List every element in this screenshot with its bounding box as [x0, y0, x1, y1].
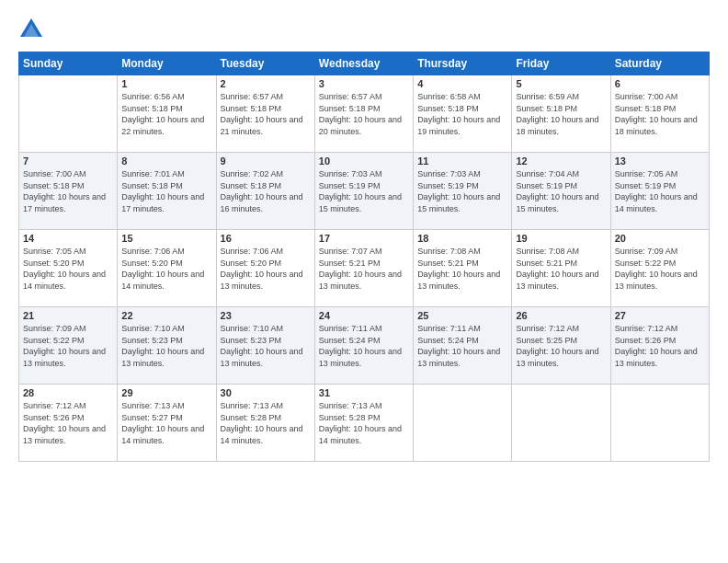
day-number: 12 [516, 155, 606, 167]
calendar-cell: 12Sunrise: 7:04 AMSunset: 5:19 PMDayligh… [512, 153, 610, 230]
day-number: 8 [121, 155, 211, 167]
day-number: 22 [121, 310, 211, 321]
day-info: Sunrise: 7:03 AMSunset: 5:19 PMDaylight:… [417, 168, 507, 214]
day-number: 7 [23, 155, 113, 167]
calendar-cell: 19Sunrise: 7:08 AMSunset: 5:21 PMDayligh… [512, 230, 610, 307]
calendar-cell: 31Sunrise: 7:13 AMSunset: 5:28 PMDayligh… [314, 385, 413, 462]
calendar-cell: 30Sunrise: 7:13 AMSunset: 5:28 PMDayligh… [216, 385, 314, 462]
day-info: Sunrise: 7:00 AMSunset: 5:18 PMDaylight:… [23, 168, 113, 214]
calendar-cell [414, 385, 512, 462]
calendar-header-row: SundayMondayTuesdayWednesdayThursdayFrid… [19, 52, 710, 75]
calendar-cell [19, 75, 118, 153]
day-info: Sunrise: 7:13 AMSunset: 5:27 PMDaylight:… [121, 400, 211, 446]
calendar-week-row: 28Sunrise: 7:12 AMSunset: 5:26 PMDayligh… [19, 385, 710, 462]
calendar-cell: 25Sunrise: 7:11 AMSunset: 5:24 PMDayligh… [414, 307, 512, 385]
day-number: 17 [319, 233, 409, 244]
weekday-header-wednesday: Wednesday [314, 52, 413, 75]
calendar-cell: 26Sunrise: 7:12 AMSunset: 5:25 PMDayligh… [512, 307, 610, 385]
day-number: 5 [516, 78, 606, 89]
day-info: Sunrise: 7:06 AMSunset: 5:20 PMDaylight:… [121, 246, 211, 292]
calendar-week-row: 7Sunrise: 7:00 AMSunset: 5:18 PMDaylight… [19, 153, 710, 230]
day-info: Sunrise: 7:12 AMSunset: 5:25 PMDaylight:… [516, 323, 606, 369]
day-info: Sunrise: 7:04 AMSunset: 5:19 PMDaylight:… [516, 168, 606, 214]
calendar-cell: 21Sunrise: 7:09 AMSunset: 5:22 PMDayligh… [19, 307, 118, 385]
day-info: Sunrise: 7:03 AMSunset: 5:19 PMDaylight:… [319, 168, 409, 214]
logo [18, 17, 48, 42]
day-number: 28 [23, 387, 113, 398]
day-number: 25 [417, 310, 507, 321]
day-number: 16 [221, 233, 311, 244]
day-number: 31 [319, 387, 409, 398]
day-info: Sunrise: 7:09 AMSunset: 5:22 PMDaylight:… [23, 323, 113, 369]
day-info: Sunrise: 7:12 AMSunset: 5:26 PMDaylight:… [615, 323, 705, 369]
day-number: 24 [319, 310, 409, 321]
calendar-cell: 10Sunrise: 7:03 AMSunset: 5:19 PMDayligh… [314, 153, 413, 230]
weekday-header-thursday: Thursday [414, 52, 512, 75]
day-number: 19 [516, 233, 606, 244]
day-number: 27 [615, 310, 705, 321]
calendar-cell: 27Sunrise: 7:12 AMSunset: 5:26 PMDayligh… [610, 307, 709, 385]
day-info: Sunrise: 6:56 AMSunset: 5:18 PMDaylight:… [121, 91, 211, 137]
calendar-week-row: 1Sunrise: 6:56 AMSunset: 5:18 PMDaylight… [19, 75, 710, 153]
day-number: 6 [615, 78, 705, 89]
day-info: Sunrise: 7:09 AMSunset: 5:22 PMDaylight:… [615, 246, 705, 292]
calendar-week-row: 14Sunrise: 7:05 AMSunset: 5:20 PMDayligh… [19, 230, 710, 307]
calendar-cell: 11Sunrise: 7:03 AMSunset: 5:19 PMDayligh… [414, 153, 512, 230]
calendar-cell: 7Sunrise: 7:00 AMSunset: 5:18 PMDaylight… [19, 153, 118, 230]
day-number: 3 [319, 78, 409, 89]
day-info: Sunrise: 7:11 AMSunset: 5:24 PMDaylight:… [319, 323, 409, 369]
calendar-week-row: 21Sunrise: 7:09 AMSunset: 5:22 PMDayligh… [19, 307, 710, 385]
calendar-cell: 15Sunrise: 7:06 AMSunset: 5:20 PMDayligh… [118, 230, 216, 307]
day-number: 10 [319, 155, 409, 167]
calendar-cell [512, 385, 610, 462]
day-info: Sunrise: 6:58 AMSunset: 5:18 PMDaylight:… [417, 91, 507, 137]
calendar-cell: 18Sunrise: 7:08 AMSunset: 5:21 PMDayligh… [414, 230, 512, 307]
calendar-cell: 9Sunrise: 7:02 AMSunset: 5:18 PMDaylight… [216, 153, 314, 230]
calendar-cell: 20Sunrise: 7:09 AMSunset: 5:22 PMDayligh… [610, 230, 709, 307]
calendar-cell: 2Sunrise: 6:57 AMSunset: 5:18 PMDaylight… [216, 75, 314, 153]
day-info: Sunrise: 7:11 AMSunset: 5:24 PMDaylight:… [417, 323, 507, 369]
day-info: Sunrise: 7:05 AMSunset: 5:20 PMDaylight:… [23, 246, 113, 292]
day-info: Sunrise: 7:05 AMSunset: 5:19 PMDaylight:… [615, 168, 705, 214]
day-number: 13 [615, 155, 705, 167]
day-info: Sunrise: 7:08 AMSunset: 5:21 PMDaylight:… [516, 246, 606, 292]
calendar-cell: 24Sunrise: 7:11 AMSunset: 5:24 PMDayligh… [314, 307, 413, 385]
day-info: Sunrise: 6:57 AMSunset: 5:18 PMDaylight:… [221, 91, 311, 137]
day-number: 29 [121, 387, 211, 398]
weekday-header-sunday: Sunday [19, 52, 118, 75]
day-info: Sunrise: 7:08 AMSunset: 5:21 PMDaylight:… [417, 246, 507, 292]
day-number: 11 [417, 155, 507, 167]
day-number: 14 [23, 233, 113, 244]
day-info: Sunrise: 7:13 AMSunset: 5:28 PMDaylight:… [319, 400, 409, 446]
day-number: 2 [221, 78, 311, 89]
calendar-cell: 13Sunrise: 7:05 AMSunset: 5:19 PMDayligh… [610, 153, 709, 230]
day-info: Sunrise: 7:02 AMSunset: 5:18 PMDaylight:… [221, 168, 311, 214]
weekday-header-tuesday: Tuesday [216, 52, 314, 75]
day-info: Sunrise: 7:00 AMSunset: 5:18 PMDaylight:… [615, 91, 705, 137]
calendar-cell: 16Sunrise: 7:06 AMSunset: 5:20 PMDayligh… [216, 230, 314, 307]
header [18, 17, 710, 42]
calendar-cell: 29Sunrise: 7:13 AMSunset: 5:27 PMDayligh… [118, 385, 216, 462]
calendar-cell: 5Sunrise: 6:59 AMSunset: 5:18 PMDaylight… [512, 75, 610, 153]
calendar-cell: 22Sunrise: 7:10 AMSunset: 5:23 PMDayligh… [118, 307, 216, 385]
page: SundayMondayTuesdayWednesdayThursdayFrid… [0, 0, 728, 563]
day-info: Sunrise: 7:06 AMSunset: 5:20 PMDaylight:… [221, 246, 311, 292]
calendar-cell: 28Sunrise: 7:12 AMSunset: 5:26 PMDayligh… [19, 385, 118, 462]
calendar-cell: 8Sunrise: 7:01 AMSunset: 5:18 PMDaylight… [118, 153, 216, 230]
day-number: 15 [121, 233, 211, 244]
day-number: 18 [417, 233, 507, 244]
weekday-header-saturday: Saturday [610, 52, 709, 75]
calendar-cell: 23Sunrise: 7:10 AMSunset: 5:23 PMDayligh… [216, 307, 314, 385]
calendar-cell: 6Sunrise: 7:00 AMSunset: 5:18 PMDaylight… [610, 75, 709, 153]
day-number: 23 [221, 310, 311, 321]
calendar-cell: 3Sunrise: 6:57 AMSunset: 5:18 PMDaylight… [314, 75, 413, 153]
day-number: 26 [516, 310, 606, 321]
day-info: Sunrise: 7:12 AMSunset: 5:26 PMDaylight:… [23, 400, 113, 446]
calendar-cell: 14Sunrise: 7:05 AMSunset: 5:20 PMDayligh… [19, 230, 118, 307]
day-info: Sunrise: 7:13 AMSunset: 5:28 PMDaylight:… [221, 400, 311, 446]
day-info: Sunrise: 6:59 AMSunset: 5:18 PMDaylight:… [516, 91, 606, 137]
day-number: 20 [615, 233, 705, 244]
weekday-header-monday: Monday [118, 52, 216, 75]
calendar-cell: 17Sunrise: 7:07 AMSunset: 5:21 PMDayligh… [314, 230, 413, 307]
day-info: Sunrise: 7:07 AMSunset: 5:21 PMDaylight:… [319, 246, 409, 292]
